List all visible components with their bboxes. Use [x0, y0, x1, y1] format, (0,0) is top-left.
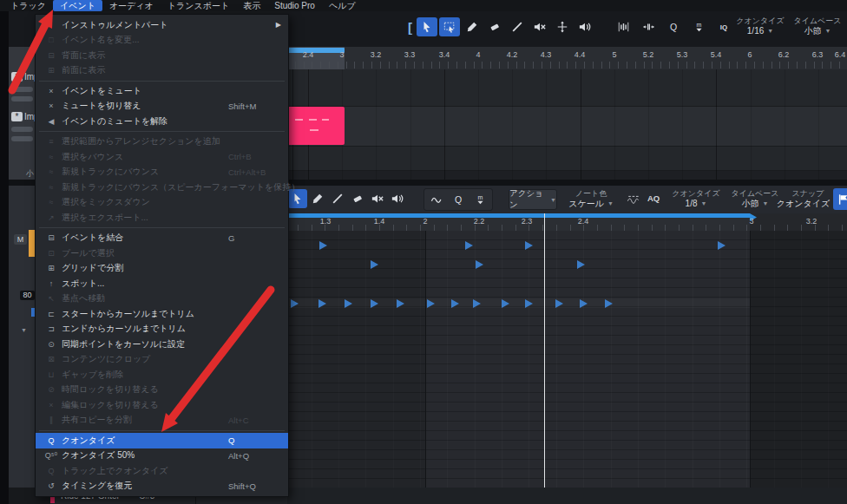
menu-item-shortcut: Shift+Q [228, 481, 256, 491]
listen-tool[interactable] [575, 17, 595, 36]
eraser-tool[interactable] [348, 189, 367, 208]
timebase-select[interactable]: タイムベース 小節 ▼ [791, 16, 844, 36]
menu-item[interactable]: ≈新規トラックにバウンス（スピーカーフォーマットを保持） [36, 180, 288, 195]
quantize-tool[interactable]: Q [449, 190, 468, 209]
menu-item-label: クオンタイズ 50% [62, 449, 135, 461]
range-tool[interactable] [439, 17, 460, 36]
editor-timebase-select[interactable]: タイムベース 小節 ▼ [729, 189, 781, 208]
menu-item[interactable]: ⊙同期ポイントをカーソルに設定 [36, 337, 288, 352]
menu-item[interactable]: Q⁵⁰クオンタイズ 50%Alt+Q [36, 448, 288, 464]
menu-item[interactable]: ⊞前面に表示 [36, 63, 288, 79]
window-left-strip [0, 11, 9, 504]
ruler-tick-label: 6.2 [778, 50, 790, 59]
midi-clip[interactable] [287, 107, 345, 145]
quantize-select[interactable]: クオンタイズ 1/16 ▼ [733, 16, 787, 36]
velocity-value-badge[interactable]: 80 [20, 291, 35, 300]
menu-item[interactable]: ⊞グリッドで分割 [36, 261, 288, 277]
instrument-icon[interactable]: * [11, 112, 23, 121]
menu-item[interactable]: ⊐エンドからカーソルまでトリム [36, 322, 288, 337]
menu-item-label: 新規トラックにバウンス [62, 166, 159, 178]
line-tool[interactable] [507, 17, 528, 36]
menu-item[interactable]: ×ミュートを切り替えShift+M [36, 99, 288, 115]
menu-item-label: 前面に表示 [62, 64, 105, 76]
mute-tool[interactable] [529, 17, 550, 36]
line-tool[interactable] [328, 189, 347, 208]
action-button[interactable]: アクション ▼ [509, 189, 557, 210]
snap-flag-button[interactable] [833, 188, 847, 210]
note-color-select[interactable]: ノート色 スケール ▼ [567, 189, 615, 208]
menu-item[interactable]: ≈新規トラックにバウンスCtrl+Alt+B [36, 165, 288, 180]
track-slider[interactable] [11, 136, 33, 141]
menu-item[interactable]: ↑スポット... [36, 276, 288, 291]
editor-quantize-select[interactable]: クオンタイズ 1/8 ▼ [670, 189, 722, 208]
menu-item[interactable]: ∥共有コピーを分割Alt+C [36, 413, 288, 429]
menubar-item-1[interactable]: イベント [53, 0, 102, 11]
menu-item-shortcut: G [228, 233, 234, 243]
arrange-track-row-2[interactable] [287, 107, 847, 147]
track-slider[interactable] [11, 96, 33, 101]
menubar-item-6[interactable]: ヘルプ [322, 0, 363, 11]
ruler-tick-label: 6.4 [835, 50, 846, 59]
quantize-tool[interactable]: Q [663, 17, 684, 36]
menubar-item-2[interactable]: オーディオ [102, 0, 161, 11]
arrange-track-row-1[interactable] [287, 69, 847, 107]
pencil-tool[interactable] [462, 17, 483, 36]
clip-note-dash [322, 119, 329, 121]
instrument-icon[interactable]: * [11, 72, 23, 82]
menu-item[interactable]: ⊘時間ロックを切り替える [36, 383, 288, 398]
listen-tool[interactable] [388, 189, 407, 208]
menu-item-shortcut: Alt+Q [228, 451, 249, 461]
menu-item[interactable]: ⊟背面に表示 [36, 48, 288, 63]
menu-item[interactable]: ×編集ロックを切り替える [36, 397, 288, 413]
note-color-label: ノート色 [567, 189, 615, 199]
snap-select[interactable]: スナップ クオンタイズ ▼ [784, 189, 832, 208]
mute-tool[interactable] [368, 189, 387, 208]
menu-item-label: ミュートを切り替え [62, 100, 141, 112]
svg-text:Q: Q [670, 22, 677, 32]
macro-tool[interactable]: m [470, 190, 489, 209]
menu-item[interactable]: ≈選択をミックスダウン [36, 195, 288, 211]
menu-item[interactable]: ↺タイミングを復元Shift+Q [36, 479, 288, 494]
chevron-down-icon[interactable]: ▼ [21, 327, 27, 333]
menu-item[interactable]: Qトラック上でクオンタイズ [36, 463, 288, 479]
arrange-track-row-3[interactable] [287, 147, 847, 171]
menu-item[interactable]: ◀イベントのミュートを解除 [36, 114, 288, 129]
menubar-item-0[interactable]: トラック [3, 0, 53, 11]
menu-item[interactable]: ↗選択をエクスポート... [36, 210, 288, 226]
menu-item[interactable]: ⊡プールで選択 [36, 245, 288, 261]
iq-tool[interactable]: IQ [713, 17, 734, 36]
menu-item[interactable]: QクオンタイズQ [36, 433, 288, 448]
track-slider[interactable] [11, 87, 33, 92]
menu-item[interactable]: ≈選択をバウンスCtrl+B [36, 149, 288, 165]
menu-item[interactable]: ⊏スタートからカーソルまでトリム [36, 306, 288, 322]
menu-item[interactable]: インストゥルメントパート▶ [36, 17, 288, 33]
menubar-item-5[interactable]: Studio Pro [267, 0, 322, 11]
scale-dash-tool[interactable] [623, 189, 642, 208]
mute-button[interactable]: M [14, 234, 27, 245]
arrow-tool[interactable] [417, 17, 437, 36]
macro-tool[interactable]: m [688, 17, 709, 36]
menu-item[interactable]: □イベント名を変更... [36, 33, 288, 49]
menu-item[interactable]: ↖基点へ移動 [36, 291, 288, 307]
menu-item-icon: Q [36, 467, 62, 475]
menu-item[interactable]: ≡選択範囲からアレンジセクションを追加 [36, 134, 288, 150]
aq-toggle[interactable]: AQ [647, 193, 660, 203]
menu-item[interactable]: ⊟イベントを結合G [36, 231, 288, 246]
menubar-item-3[interactable]: トランスポート [161, 0, 236, 11]
timestretch-tool[interactable] [613, 17, 634, 36]
menu-item[interactable]: ⊔ギャップを削除 [36, 367, 288, 383]
curve-tool[interactable] [427, 190, 446, 209]
menubar-item-4[interactable]: 表示 [236, 0, 267, 11]
drum-row-lane[interactable] [287, 488, 847, 504]
svg-text:Q: Q [455, 194, 462, 205]
nudge-tool[interactable] [638, 17, 659, 36]
menu-item[interactable]: ×イベントをミュート [36, 83, 288, 99]
svg-text:m: m [696, 22, 701, 28]
bend-tool[interactable] [552, 17, 573, 36]
playhead[interactable] [544, 213, 545, 488]
menu-item-icon: ⊟ [36, 51, 62, 60]
pencil-tool[interactable] [308, 189, 327, 208]
eraser-tool[interactable] [484, 17, 505, 36]
track-slider[interactable] [11, 127, 33, 132]
menu-item[interactable]: ⊠コンテンツにクロップ [36, 352, 288, 368]
